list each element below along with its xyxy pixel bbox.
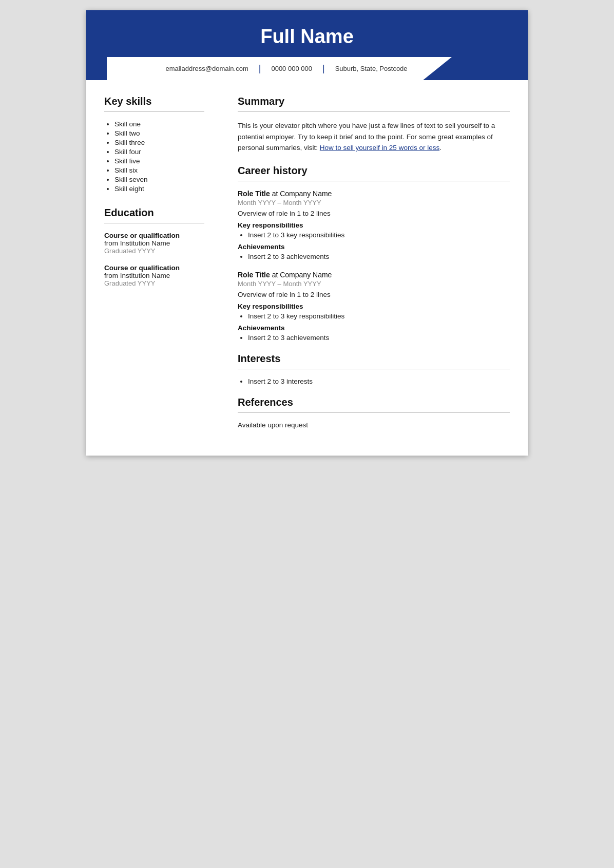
job-role-2: Role Title bbox=[238, 271, 270, 279]
skills-section: Key skills Skill one Skill two Skill thr… bbox=[104, 96, 204, 193]
career-divider bbox=[238, 181, 510, 181]
achievements-title-1: Achievements bbox=[238, 243, 510, 251]
location: Suburb, State, Postcode bbox=[325, 65, 418, 72]
email: emailaddress@domain.com bbox=[155, 65, 258, 72]
job-role-1: Role Title bbox=[238, 190, 270, 198]
job-overview-1: Overview of role in 1 to 2 lines bbox=[238, 210, 510, 217]
responsibilities-title-1: Key responsibilities bbox=[238, 221, 510, 229]
sidebar: Key skills Skill one Skill two Skill thr… bbox=[86, 96, 220, 440]
skills-list: Skill one Skill two Skill three Skill fo… bbox=[104, 120, 204, 193]
skill-2: Skill two bbox=[114, 129, 204, 137]
responsibilities-list-1: Insert 2 to 3 key responsibilities bbox=[238, 231, 510, 239]
interests-list: Insert 2 to 3 interests bbox=[238, 378, 510, 385]
job-entry-2: Role Title at Company Name Month YYYY – … bbox=[238, 271, 510, 342]
skill-3: Skill three bbox=[114, 139, 204, 146]
interests-title: Interests bbox=[238, 353, 510, 365]
job-overview-2: Overview of role in 1 to 2 lines bbox=[238, 291, 510, 298]
summary-link[interactable]: How to sell yourself in 25 words or less bbox=[320, 144, 439, 152]
header-bottom: emailaddress@domain.com | 0000 000 000 |… bbox=[107, 57, 507, 80]
interest-1: Insert 2 to 3 interests bbox=[248, 378, 510, 385]
references-divider bbox=[238, 412, 510, 413]
resume-document: Full Name emailaddress@domain.com | 0000… bbox=[86, 10, 528, 456]
job-entry-1: Role Title at Company Name Month YYYY – … bbox=[238, 190, 510, 260]
skills-title: Key skills bbox=[104, 96, 204, 107]
body: Key skills Skill one Skill two Skill thr… bbox=[86, 80, 528, 456]
skill-5: Skill five bbox=[114, 157, 204, 165]
edu-institution-1: from Institution Name bbox=[104, 239, 204, 247]
skill-4: Skill four bbox=[114, 148, 204, 156]
responsibilities-title-2: Key responsibilities bbox=[238, 303, 510, 310]
phone: 0000 000 000 bbox=[261, 65, 322, 72]
responsibility-2-1: Insert 2 to 3 key responsibilities bbox=[248, 312, 510, 320]
education-divider bbox=[104, 223, 204, 223]
summary-text: This is your elevator pitch where you ha… bbox=[238, 120, 510, 154]
full-name: Full Name bbox=[107, 26, 507, 57]
achievements-list-1: Insert 2 to 3 achievements bbox=[238, 253, 510, 260]
edu-institution-2: from Institution Name bbox=[104, 272, 204, 279]
responsibilities-list-2: Insert 2 to 3 key responsibilities bbox=[238, 312, 510, 320]
job-title-line-2: Role Title at Company Name bbox=[238, 271, 510, 279]
career-title: Career history bbox=[238, 165, 510, 177]
responsibility-1-1: Insert 2 to 3 key responsibilities bbox=[248, 231, 510, 239]
references-text: Available upon request bbox=[238, 421, 510, 429]
job-title-line-1: Role Title at Company Name bbox=[238, 190, 510, 198]
skill-7: Skill seven bbox=[114, 176, 204, 183]
summary-section: Summary This is your elevator pitch wher… bbox=[238, 96, 510, 154]
job-dates-1: Month YYYY – Month YYYY bbox=[238, 199, 510, 206]
achievement-2-1: Insert 2 to 3 achievements bbox=[248, 334, 510, 342]
skill-8: Skill eight bbox=[114, 185, 204, 193]
skill-1: Skill one bbox=[114, 120, 204, 128]
edu-qualification-1: Course or qualification bbox=[104, 232, 204, 239]
header: Full Name emailaddress@domain.com | 0000… bbox=[86, 10, 528, 80]
skills-divider bbox=[104, 111, 204, 112]
education-title: Education bbox=[104, 207, 204, 219]
blue-corner bbox=[466, 57, 507, 80]
summary-title: Summary bbox=[238, 96, 510, 107]
achievements-title-2: Achievements bbox=[238, 324, 510, 332]
achievement-1-1: Insert 2 to 3 achievements bbox=[248, 253, 510, 260]
references-section: References Available upon request bbox=[238, 397, 510, 429]
edu-year-1: Graduated YYYY bbox=[104, 247, 204, 255]
skill-6: Skill six bbox=[114, 166, 204, 174]
career-section: Career history Role Title at Company Nam… bbox=[238, 165, 510, 342]
summary-divider bbox=[238, 111, 510, 112]
education-section: Education Course or qualification from I… bbox=[104, 207, 204, 287]
interests-section: Interests Insert 2 to 3 interests bbox=[238, 353, 510, 385]
edu-entry-2: Course or qualification from Institution… bbox=[104, 264, 204, 287]
edu-year-2: Graduated YYYY bbox=[104, 279, 204, 287]
job-dates-2: Month YYYY – Month YYYY bbox=[238, 280, 510, 288]
edu-qualification-2: Course or qualification bbox=[104, 264, 204, 272]
achievements-list-2: Insert 2 to 3 achievements bbox=[238, 334, 510, 342]
references-title: References bbox=[238, 397, 510, 408]
interests-divider bbox=[238, 369, 510, 369]
edu-entry-1: Course or qualification from Institution… bbox=[104, 232, 204, 255]
contact-bar: emailaddress@domain.com | 0000 000 000 |… bbox=[107, 57, 466, 80]
main-content: Summary This is your elevator pitch wher… bbox=[220, 96, 528, 440]
